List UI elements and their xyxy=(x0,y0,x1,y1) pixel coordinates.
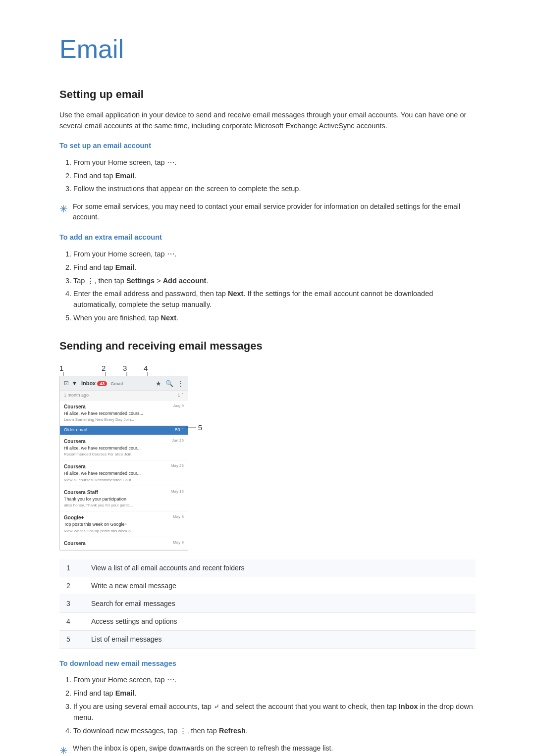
mock-email-sender-3: Coursera xyxy=(64,463,184,470)
legend-desc: View a list of all email accounts and re… xyxy=(84,559,476,577)
mock-email-row-2: Jun 26 Coursera Hi alice, we have recomm… xyxy=(60,435,188,461)
mock-email-date-1: Aug 9 xyxy=(173,403,184,409)
download-step-1: From your Home screen, tap ⋯. xyxy=(73,674,476,686)
legend-num: 2 xyxy=(59,577,84,595)
legend-row: 1 View a list of all email accounts and … xyxy=(59,559,476,577)
top-label-lines xyxy=(59,363,188,376)
setting-up-intro: Use the email application in your device… xyxy=(59,109,476,132)
mock-email-row-5: May 8 Google+ Top posts this week on Goo… xyxy=(60,511,188,537)
screenshot-section: 1 2 3 4 ☑ ▼ Inbox 43 Gmail xyxy=(59,363,476,551)
mock-check-icon: ☑ xyxy=(64,379,69,388)
tip1-text: For some email services, you may need to… xyxy=(73,202,476,222)
setup-steps-list: From your Home screen, tap ⋯. Find and t… xyxy=(59,156,476,195)
download-step-3: If you are using several email accounts,… xyxy=(73,702,476,723)
screenshot-top-labels: 1 2 3 4 xyxy=(59,363,188,376)
mock-older-count: 50 ˄ xyxy=(175,427,184,434)
legend-row: 2 Write a new email message xyxy=(59,577,476,595)
side-label-5-line xyxy=(186,427,196,428)
setup-step-3: Follow the instructions that appear on t… xyxy=(73,184,476,195)
email-app-screenshot: ☑ ▼ Inbox 43 Gmail ★ 🔍 ⋮ 1 month ago 1 ˄ xyxy=(59,376,188,551)
legend-row: 3 Search for email messages xyxy=(59,595,476,612)
side-label-5-container: 5 xyxy=(186,422,202,434)
add-step-3: Tap ⋮, then tap Settings > Add account. xyxy=(73,276,476,287)
mock-email-sender-1: Coursera xyxy=(64,403,184,410)
tip2-icon: ✳ xyxy=(59,743,68,756)
tip2-box: ✳ When the inbox is open, swipe downward… xyxy=(59,743,476,756)
legend-row: 5 List of email messages xyxy=(59,630,476,648)
mock-email-sender-4: Coursera Staff xyxy=(64,489,184,496)
setting-up-title: Setting up email xyxy=(59,86,476,102)
mock-email-preview-1: Learn Something New Every Day Join... xyxy=(64,417,184,423)
mock-older-label: Older email xyxy=(64,427,87,434)
mock-email-row-6: May 9 Coursera xyxy=(60,537,188,550)
screenshot-wrapper: 1 2 3 4 ☑ ▼ Inbox 43 Gmail xyxy=(59,363,188,551)
legend-desc: Search for email messages xyxy=(84,595,476,612)
legend-num: 1 xyxy=(59,559,84,577)
mock-month-ago-header: 1 month ago 1 ˄ xyxy=(60,391,188,401)
mock-email-date-3: May 23 xyxy=(171,463,184,469)
mock-email-date-5: May 8 xyxy=(173,514,184,520)
mock-month-ago-chevron: 1 ˄ xyxy=(177,392,184,399)
mock-email-date-2: Jun 26 xyxy=(172,438,184,444)
page-title: Email xyxy=(59,30,476,68)
add-step-1: From your Home screen, tap ⋯. xyxy=(73,248,476,260)
mock-email-subject-3: Hi alice, we have recommended cour... xyxy=(64,470,184,477)
setup-step-2: Find and tap Email. xyxy=(73,171,476,182)
mock-email-row-4: May 13 Coursera Staff Thank you for your… xyxy=(60,486,188,512)
download-subsection-title: To download new email messages xyxy=(59,658,476,669)
mock-topbar: ☑ ▼ Inbox 43 Gmail ★ 🔍 ⋮ xyxy=(60,376,188,392)
mock-email-row-1: Aug 9 Coursera Hi alice, we have recomme… xyxy=(60,401,188,426)
mock-email-preview-4: alice honey, Thank you for your partic..… xyxy=(64,503,184,508)
mock-email-sender-2: Coursera xyxy=(64,438,184,445)
sending-receiving-title: Sending and receiving email messages xyxy=(59,338,476,354)
legend-row: 4 Access settings and options xyxy=(59,612,476,630)
download-step-4: To download new messages, tap ⋮, then ta… xyxy=(73,726,476,737)
legend-desc: List of email messages xyxy=(84,630,476,648)
mock-email-subject-5: Top posts this week on Google+ xyxy=(64,521,184,528)
mock-email-sender-5: Google+ xyxy=(64,514,184,521)
tip2-text: When the inbox is open, swipe downwards … xyxy=(73,743,476,754)
mock-email-subject-4: Thank you for your participation xyxy=(64,496,184,503)
mock-email-subject-1: Hi alice, we have recommended cours... xyxy=(64,410,184,417)
mock-month-ago-label: 1 month ago xyxy=(64,392,89,399)
subsection2-title: To add an extra email account xyxy=(59,232,476,243)
download-step-2: Find and tap Email. xyxy=(73,688,476,699)
side-label-5: 5 xyxy=(198,422,202,434)
legend-desc: Access settings and options xyxy=(84,612,476,630)
setup-step-1: From your Home screen, tap ⋯. xyxy=(73,156,476,168)
tip1-icon: ✳ xyxy=(59,202,68,216)
mock-inbox-title: Inbox 43 Gmail xyxy=(81,379,153,388)
mock-topbar-icons: ★ 🔍 ⋮ xyxy=(156,379,184,389)
mock-star-icon: ★ xyxy=(156,379,161,389)
subsection1-title: To set up an email account xyxy=(59,141,476,151)
mock-email-date-6: May 9 xyxy=(173,540,184,546)
add-account-steps-list: From your Home screen, tap ⋯. Find and t… xyxy=(59,248,476,324)
legend-table: 1 View a list of all email accounts and … xyxy=(59,559,476,649)
mock-email-date-4: May 13 xyxy=(171,489,184,495)
tip1-box: ✳ For some email services, you may need … xyxy=(59,202,476,222)
mock-expand-icon: ▼ xyxy=(72,379,77,388)
mock-email-sender-6: Coursera xyxy=(64,540,184,547)
mock-email-preview-5: View What's HotTop posts this week o... xyxy=(64,528,184,534)
mock-inbox-count: 43 xyxy=(97,381,107,386)
legend-desc: Write a new email message xyxy=(84,577,476,595)
add-step-5: When you are finished, tap Next. xyxy=(73,313,476,324)
mock-gmail-label: Gmail xyxy=(110,381,123,386)
mock-search-icon: 🔍 xyxy=(165,379,173,389)
add-step-2: Find and tap Email. xyxy=(73,262,476,273)
legend-num: 3 xyxy=(59,595,84,612)
download-steps-list: From your Home screen, tap ⋯. Find and t… xyxy=(59,674,476,736)
mock-more-icon: ⋮ xyxy=(177,379,184,389)
mock-email-row-3: May 23 Coursera Hi alice, we have recomm… xyxy=(60,460,188,486)
legend-num: 4 xyxy=(59,612,84,630)
mock-email-preview-2: Recommended Courses For alice Join... xyxy=(64,452,184,457)
mock-email-subject-2: Hi alice, we have recommended cour... xyxy=(64,445,184,452)
mock-older-header: Older email 50 ˄ xyxy=(60,426,188,435)
mock-email-preview-3: View all courses! Recommended Cour... xyxy=(64,477,184,483)
legend-num: 5 xyxy=(59,630,84,648)
add-step-4: Enter the email address and password, th… xyxy=(73,289,476,310)
